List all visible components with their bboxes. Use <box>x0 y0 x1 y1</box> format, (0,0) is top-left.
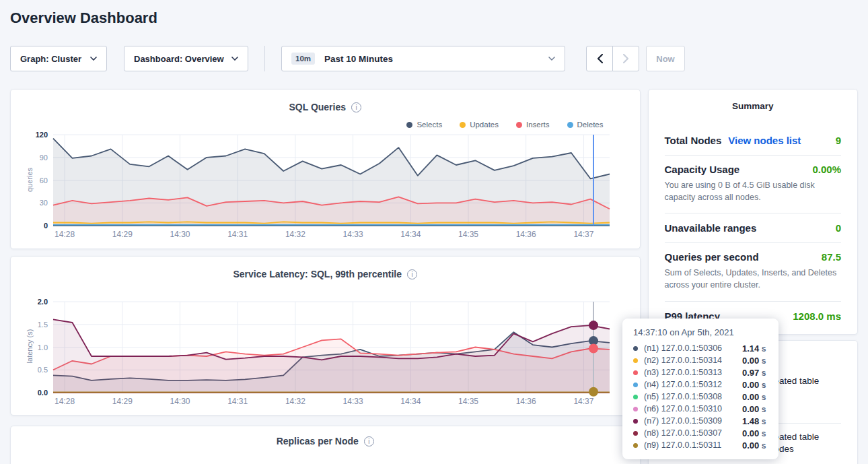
tooltip-node-row: (n5) 127.0.0.1:503080.00 s <box>633 391 768 403</box>
summary-row-unavailable: Unavailable ranges 0 <box>665 213 842 243</box>
event-row-fragment[interactable]: eated table <box>774 376 820 386</box>
svg-text:30: 30 <box>40 199 48 207</box>
tooltip-node-address: (n5) 127.0.0.1:50308 <box>644 392 742 401</box>
tooltip-node-value: 0.00 s <box>742 404 766 414</box>
tooltip-node-value: 0.00 s <box>742 356 766 366</box>
tooltip-node-address: (n9) 127.0.0.1:50311 <box>644 440 742 450</box>
node-dot-icon <box>633 358 638 363</box>
node-dot-icon <box>633 419 638 424</box>
tooltip-node-row: (n3) 127.0.0.1:503130.97 s <box>633 366 768 378</box>
summary-panel: Summary Total Nodes View nodes list 9 Ca… <box>648 89 859 335</box>
service-latency-chart[interactable]: 14:2814:2914:3014:3114:3214:3314:3414:35… <box>11 294 647 416</box>
tooltip-node-address: (n7) 127.0.0.1:50309 <box>644 416 742 426</box>
summary-row-total-nodes: Total Nodes View nodes list 9 <box>665 126 842 156</box>
sql-queries-panel: SQL Queries i SelectsUpdatesInsertsDelet… <box>10 89 641 249</box>
svg-text:14:31: 14:31 <box>227 230 248 239</box>
svg-text:14:33: 14:33 <box>343 397 363 406</box>
tooltip-node-value: 1.14 s <box>742 343 766 354</box>
node-dot-icon <box>633 395 638 399</box>
chevron-left-icon <box>597 54 603 63</box>
tooltip-node-row: (n6) 127.0.0.1:503100.00 s <box>633 403 768 415</box>
time-range-dropdown[interactable]: 10m Past 10 Minutes <box>281 46 565 71</box>
graph-dropdown[interactable]: Graph: Cluster <box>10 46 107 71</box>
qps-value: 87.5 <box>822 251 841 263</box>
node-dot-icon <box>633 431 638 436</box>
svg-text:90: 90 <box>40 154 48 162</box>
svg-text:14:30: 14:30 <box>170 230 190 239</box>
svg-text:14:33: 14:33 <box>343 230 363 239</box>
info-icon[interactable]: i <box>364 436 374 446</box>
page-title: Overview Dashboard <box>10 9 868 27</box>
graph-dropdown-label: Graph: Cluster <box>20 54 81 64</box>
svg-text:0.5: 0.5 <box>38 366 48 374</box>
service-latency-panel: Service Latency: SQL, 99th percentile i … <box>10 256 641 416</box>
qps-label: Queries per second <box>665 251 759 263</box>
chart-title: Replicas per Node <box>277 436 359 446</box>
tooltip-node-row: (n7) 127.0.0.1:503091.48 s <box>633 415 768 427</box>
total-nodes-label: Total Nodes <box>665 135 722 146</box>
tooltip-node-row: (n1) 127.0.0.1:503061.14 s <box>633 342 768 354</box>
node-dot-icon <box>633 346 638 351</box>
info-icon[interactable]: i <box>351 102 361 112</box>
svg-text:14:28: 14:28 <box>55 397 75 406</box>
capacity-subtitle: You are using 0 B of 4.5 GiB usable disk… <box>665 179 842 203</box>
controls-row: Graph: Cluster Dashboard: Overview 10m P… <box>10 46 868 71</box>
view-nodes-list-link[interactable]: View nodes list <box>728 135 801 146</box>
svg-text:14:37: 14:37 <box>573 230 593 239</box>
tooltip-node-address: (n1) 127.0.0.1:50306 <box>644 343 742 353</box>
svg-text:14:32: 14:32 <box>285 397 305 406</box>
svg-text:14:37: 14:37 <box>573 397 593 406</box>
svg-text:1.0: 1.0 <box>38 343 48 352</box>
tooltip-node-address: (n8) 127.0.0.1:50307 <box>644 428 742 438</box>
tooltip-node-row: (n8) 127.0.0.1:503070.00 s <box>633 427 768 439</box>
dashboard-dropdown[interactable]: Dashboard: Overview <box>124 46 248 71</box>
time-prev-button[interactable] <box>586 46 613 71</box>
svg-text:14:34: 14:34 <box>400 230 421 239</box>
now-button[interactable]: Now <box>646 46 685 71</box>
tooltip-node-address: (n3) 127.0.0.1:50313 <box>644 368 742 377</box>
tooltip-node-value: 0.00 s <box>742 392 766 402</box>
tooltip-node-value: 1.48 s <box>742 416 766 426</box>
svg-text:1.5: 1.5 <box>38 321 48 329</box>
svg-text:14:36: 14:36 <box>516 397 536 406</box>
chart-title: Service Latency: SQL, 99th percentile <box>233 269 402 279</box>
time-next-button[interactable] <box>612 46 639 71</box>
summary-title: Summary <box>665 101 842 111</box>
tooltip-node-address: (n4) 127.0.0.1:50312 <box>644 380 742 389</box>
info-icon[interactable]: i <box>407 269 417 279</box>
svg-text:14:35: 14:35 <box>458 230 478 239</box>
svg-text:0: 0 <box>44 222 48 230</box>
svg-text:60: 60 <box>40 176 48 185</box>
chevron-down-icon <box>548 57 555 61</box>
svg-text:14:32: 14:32 <box>285 230 305 239</box>
svg-text:2.0: 2.0 <box>38 298 48 306</box>
capacity-value: 0.00% <box>812 164 841 175</box>
svg-text:14:35: 14:35 <box>458 397 478 406</box>
svg-text:14:31: 14:31 <box>227 397 248 406</box>
tooltip-node-value: 0.97 s <box>742 368 766 378</box>
capacity-label: Capacity Usage <box>665 164 740 175</box>
svg-text:14:34: 14:34 <box>400 397 421 406</box>
chart-title: SQL Queries <box>289 102 346 112</box>
summary-row-capacity: Capacity Usage 0.00% You are using 0 B o… <box>665 156 842 213</box>
chevron-down-icon <box>90 57 97 61</box>
svg-text:14:36: 14:36 <box>516 230 536 239</box>
node-dot-icon <box>633 383 638 387</box>
time-nav-group <box>586 46 639 71</box>
node-dot-icon <box>633 370 638 375</box>
chevron-down-icon <box>231 57 238 61</box>
tooltip-timestamp: 14:37:10 on Apr 5th, 2021 <box>633 327 768 337</box>
node-dot-icon <box>633 443 638 448</box>
sql-queries-chart[interactable]: 14:2814:2914:3014:3114:3214:3314:3414:35… <box>11 127 647 248</box>
replicas-per-node-panel: Replicas per Node i <box>10 426 641 464</box>
event-row-fragment[interactable]: eated table <box>774 432 820 442</box>
tooltip-node-row: (n9) 127.0.0.1:503110.00 s <box>633 439 768 451</box>
dashboard-dropdown-label: Dashboard: Overview <box>134 54 224 64</box>
svg-text:120: 120 <box>36 131 48 139</box>
tooltip-node-value: 0.00 s <box>742 440 766 451</box>
unavailable-ranges-value: 0 <box>836 222 841 234</box>
summary-row-qps: Queries per second 87.5 Sum of Selects, … <box>665 243 842 301</box>
time-range-badge: 10m <box>291 53 315 65</box>
charts-column: SQL Queries i SelectsUpdatesInsertsDelet… <box>10 89 641 464</box>
divider <box>264 46 265 71</box>
